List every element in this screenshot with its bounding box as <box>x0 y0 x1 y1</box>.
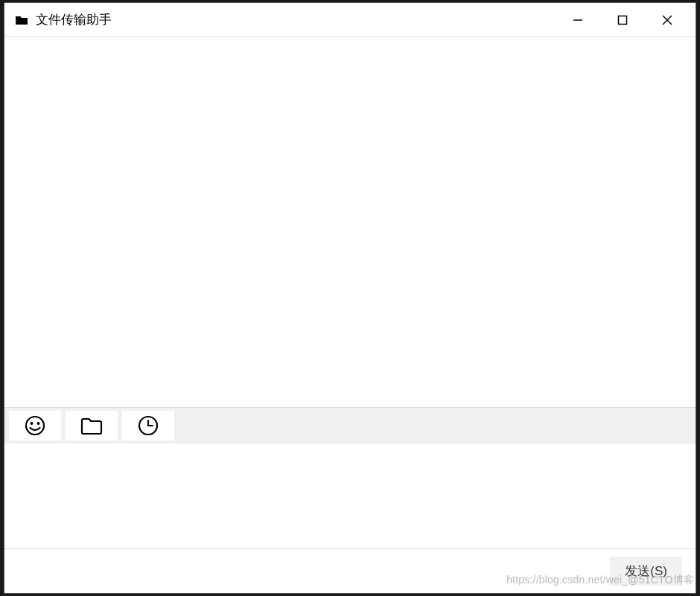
folder-icon <box>80 415 104 436</box>
chat-history-panel <box>4 37 696 407</box>
svg-rect-1 <box>619 16 627 24</box>
chat-history-button[interactable] <box>122 411 174 440</box>
send-bar: 发送(S) <box>4 548 696 593</box>
clock-icon <box>137 414 159 437</box>
svg-point-5 <box>31 422 34 425</box>
svg-point-6 <box>37 422 40 425</box>
emoji-button[interactable] <box>9 411 61 440</box>
window-title: 文件传输助手 <box>36 11 112 28</box>
maximize-button[interactable] <box>600 3 645 37</box>
titlebar: 文件传输助手 <box>4 3 696 37</box>
message-input-area <box>4 443 696 548</box>
input-toolbar <box>4 407 696 443</box>
send-button[interactable]: 发送(S) <box>610 557 682 586</box>
svg-point-4 <box>26 417 44 435</box>
message-input[interactable] <box>4 443 696 548</box>
minimize-button[interactable] <box>556 3 600 37</box>
emoji-icon <box>24 414 46 437</box>
close-button[interactable] <box>645 3 690 37</box>
send-file-button[interactable] <box>66 411 118 440</box>
chat-window: 文件传输助手 <box>4 2 696 594</box>
folder-app-icon <box>15 15 28 25</box>
